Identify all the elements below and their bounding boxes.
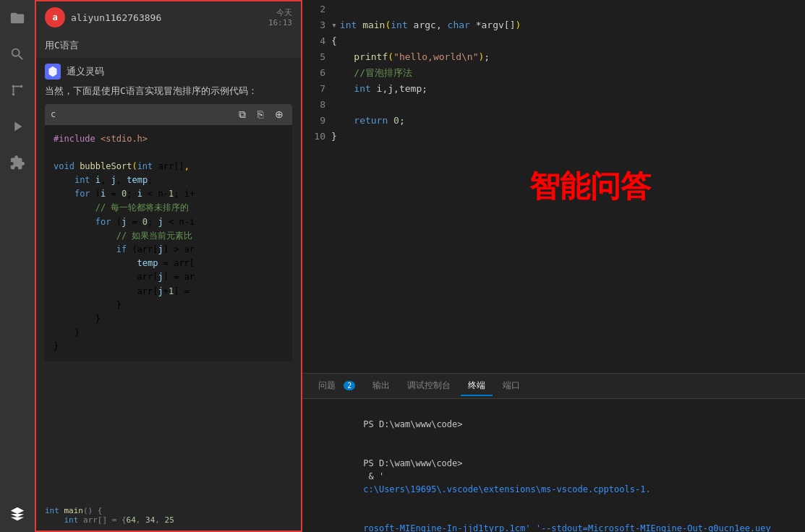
line-num-6: 6	[320, 65, 325, 81]
ai-text: 当然，下面是使用C语言实现冒泡排序的示例代码：	[45, 84, 292, 98]
explorer-icon[interactable]	[5, 6, 30, 30]
header-date: 今天	[268, 7, 292, 18]
user-name: aliyun1162763896	[71, 12, 161, 23]
svg-point-2	[12, 85, 15, 88]
tab-debug-console[interactable]: 调试控制台	[400, 377, 458, 396]
source-control-icon[interactable]	[5, 78, 30, 103]
activity-bar	[0, 0, 35, 532]
header-right: 今天 16:13	[268, 7, 292, 27]
chat-panel: a aliyun1162763896 今天 16:13 用C语言	[35, 0, 302, 532]
terminal-tabs: 问题 2 输出 调试控制台 终端 端口	[302, 374, 805, 399]
line-num-7: 7	[320, 81, 325, 97]
terminal-line-1: PS D:\wam\www\code>	[311, 405, 796, 444]
chat-header: a aliyun1162763896 今天 16:13	[36, 1, 301, 33]
tongyi-icon[interactable]	[5, 502, 30, 526]
problems-badge: 2	[344, 381, 355, 390]
line-num-2: 2	[320, 1, 325, 17]
user-message: 用C语言	[36, 33, 301, 58]
tab-problems[interactable]: 问题 2	[311, 377, 362, 396]
code-actions: ⧉ ⎘ ⊕	[236, 107, 286, 122]
ai-message: 通义灵码 当然，下面是使用C语言实现冒泡排序的示例代码： c ⧉ ⎘ ⊕ #i	[36, 58, 301, 367]
code-editor: 2 3 4 5 6 7 8 9 10 ▾ int main	[302, 0, 805, 373]
collapse-arrow-icon[interactable]: ▾	[331, 17, 337, 33]
code-block: #include <stdio.h> void bubbleSort(int a…	[45, 125, 292, 361]
run-debug-icon[interactable]	[5, 114, 30, 139]
avatar: a	[45, 7, 65, 27]
copy-btn[interactable]: ⎘	[255, 107, 266, 122]
line-num-4: 4	[320, 33, 325, 49]
chat-body[interactable]: 通义灵码 当然，下面是使用C语言实现冒泡排序的示例代码： c ⧉ ⎘ ⊕ #i	[36, 58, 301, 503]
editor-line-2	[331, 1, 805, 17]
line-num-10: 10	[314, 129, 325, 145]
editor-line-6: //冒泡排序法	[331, 65, 805, 81]
line-num-8: 8	[320, 97, 325, 113]
code-block-container: c ⧉ ⎘ ⊕ #include <stdio.h> void bubbleSo…	[45, 104, 292, 361]
code-lang: c	[51, 109, 56, 119]
line-numbers: 2 3 4 5 6 7 8 9 10	[302, 0, 331, 373]
svg-point-1	[20, 85, 23, 88]
insert-btn[interactable]: ⊕	[272, 107, 286, 122]
svg-point-0	[12, 93, 15, 96]
tab-output[interactable]: 输出	[365, 377, 397, 396]
tab-terminal[interactable]: 终端	[461, 377, 493, 396]
ai-header: 通义灵码	[45, 64, 292, 80]
code-block-header: c ⧉ ⎘ ⊕	[45, 104, 292, 125]
editor-line-10: }	[331, 129, 805, 145]
editor-line-9: return 0 ;	[331, 113, 805, 129]
editor-line-7: int i,j,temp;	[331, 81, 805, 97]
main-content: a aliyun1162763896 今天 16:13 用C语言	[35, 0, 805, 532]
editor-area: 2 3 4 5 6 7 8 9 10 ▾ int main	[302, 0, 805, 532]
editor-line-5: printf ( "hello,world\n" ) ;	[331, 49, 805, 65]
line-num-5: 5	[320, 49, 325, 65]
editor-line-4: {	[331, 33, 805, 49]
ai-logo-icon	[45, 64, 61, 80]
chat-bottom-code: int main() { int arr[] = {64, 34, 25	[36, 503, 301, 531]
terminal-line-3: rosoft-MIEngine-In-jjd1tyrp.1cm' '--stdo…	[311, 509, 796, 532]
editor-line-3: ▾ int main ( int argc, char *argv[] )	[331, 17, 805, 33]
ai-name: 通义灵码	[67, 65, 104, 78]
terminal-line-2: PS D:\wam\www\code> & ' c:\Users\19695\.…	[311, 444, 796, 509]
copy-block-btn[interactable]: ⧉	[236, 107, 249, 122]
line-num-9: 9	[320, 113, 325, 129]
search-icon[interactable]	[5, 42, 30, 66]
chat-user-info: a aliyun1162763896	[45, 7, 161, 27]
header-time: 16:13	[268, 18, 292, 27]
terminal-panel: 问题 2 输出 调试控制台 终端 端口 PS D:\wa	[302, 373, 805, 532]
line-num-3: 3	[320, 17, 325, 33]
tab-ports[interactable]: 端口	[495, 377, 527, 396]
editor-content[interactable]: ▾ int main ( int argc, char *argv[] ) {	[331, 0, 805, 373]
editor-line-8	[331, 97, 805, 113]
terminal-body[interactable]: PS D:\wam\www\code> PS D:\wam\www\code> …	[302, 399, 805, 532]
extensions-icon[interactable]	[5, 150, 30, 175]
